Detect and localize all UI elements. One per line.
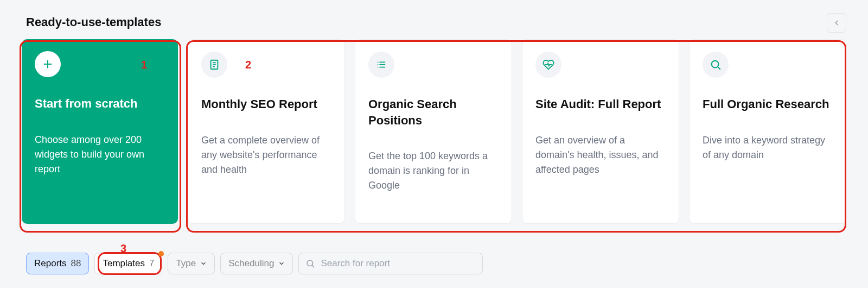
filter-row: Reports 88 Templates 7 Type Scheduling: [26, 253, 483, 274]
card-title: Organic Search Positions: [368, 96, 499, 128]
scheduling-dropdown[interactable]: Scheduling: [220, 253, 293, 274]
magnifier-icon: [710, 59, 722, 71]
list-icon: [375, 59, 387, 71]
plus-icon: [42, 58, 54, 70]
card-desc: Get the top 100 keywords a domain is ran…: [368, 149, 499, 193]
templates-row: Start from scratch Choose among over 200…: [0, 29, 868, 224]
template-card-organic-research[interactable]: Full Organic Research Dive into a keywor…: [689, 39, 846, 224]
card-title: Monthly SEO Report: [201, 96, 331, 112]
heart-pulse-icon-circle: [535, 52, 561, 78]
document-icon-circle: [201, 52, 227, 78]
template-card-site-audit[interactable]: Site Audit: Full Report Get an overview …: [522, 39, 679, 224]
card-desc: Get a complete overview of any website's…: [201, 133, 331, 177]
section-title: Ready-to-use-templates: [0, 0, 868, 29]
svg-line-15: [312, 265, 314, 267]
chevron-down-icon: [200, 260, 207, 267]
heart-pulse-icon: [542, 59, 554, 71]
chevron-left-icon: [833, 19, 840, 27]
card-title: Full Organic Research: [703, 96, 833, 112]
tab-reports-label: Reports: [34, 258, 67, 269]
svg-line-13: [718, 67, 720, 69]
tab-reports-count: 88: [71, 258, 81, 269]
search-input[interactable]: [321, 258, 476, 269]
card-title: Site Audit: Full Report: [535, 96, 666, 112]
template-card-start-from-scratch[interactable]: Start from scratch Choose among over 200…: [22, 39, 178, 224]
plus-icon-circle: [35, 51, 61, 77]
tab-templates[interactable]: Templates 7: [94, 253, 162, 274]
type-dropdown[interactable]: Type: [168, 253, 215, 274]
template-card-monthly-seo[interactable]: Monthly SEO Report Get a complete overvi…: [188, 39, 345, 224]
type-dropdown-label: Type: [176, 258, 196, 269]
card-desc: Choose among over 200 widgets to build y…: [35, 133, 165, 177]
tab-reports[interactable]: Reports 88: [26, 253, 89, 274]
search-icon: [305, 259, 315, 268]
search-box[interactable]: [298, 253, 483, 274]
tab-templates-count: 7: [149, 258, 154, 269]
template-card-organic-positions[interactable]: Organic Search Positions Get the top 100…: [355, 39, 512, 224]
search-icon-circle: [703, 52, 729, 78]
tab-templates-label: Templates: [103, 258, 144, 269]
card-desc: Dive into a keyword strategy of any doma…: [703, 133, 833, 162]
chevron-down-icon: [278, 260, 285, 267]
card-desc: Get an overview of a domain's health, is…: [535, 133, 666, 177]
card-title: Start from scratch: [35, 96, 165, 112]
collapse-back-button[interactable]: [827, 13, 846, 33]
document-icon: [208, 59, 220, 71]
list-icon-circle: [368, 52, 394, 78]
scheduling-dropdown-label: Scheduling: [228, 258, 274, 269]
